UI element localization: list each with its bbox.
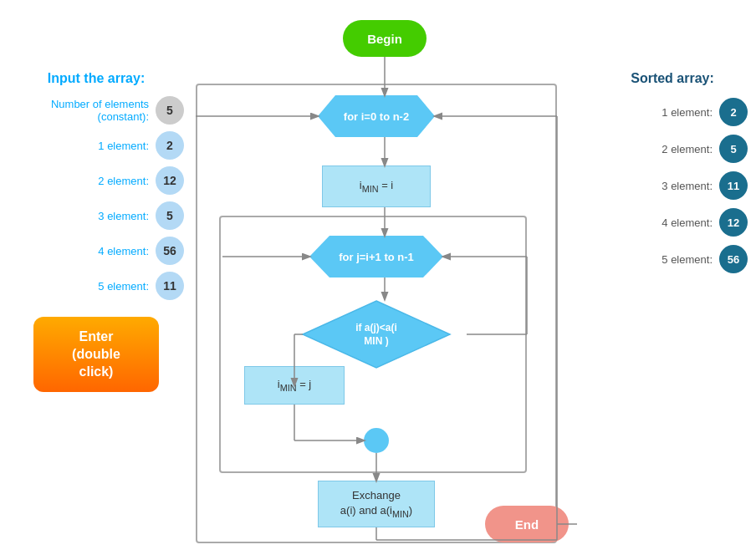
output-row-1: 1 element: 2 [597,98,748,126]
output-label-5: 5 element: [662,253,713,266]
output-row-2: 2 element: 5 [597,135,748,163]
end-shape: End [485,506,569,542]
flowchart: Begin for i=0 to n-2 iMIN = i for j=i+1 … [192,8,577,547]
exchange-label: Exchangea(i) and a(iMIN) [340,488,412,521]
element-label-2: 2 element: [98,175,149,187]
element-input-4[interactable] [156,237,184,265]
diamond-svg: if a(j)<a(i MIN ) [301,299,452,369]
element-label-5: 5 element: [98,280,149,293]
element-input-1[interactable] [156,131,184,160]
output-title: Sorted array: [597,71,748,86]
element-row-1: 1 element: [8,131,184,160]
enter-button[interactable]: Enter(double click) [33,317,159,392]
output-label-3: 3 element: [662,180,713,192]
for2-shape: for j=i+1 to n-1 [309,236,443,278]
imin2-shape: iMIN = j [244,366,345,405]
element-label-3: 3 element: [98,210,149,222]
output-value-2: 5 [719,135,748,163]
output-row-4: 4 element: 12 [597,208,748,237]
svg-text:if a(j)<a(i: if a(j)<a(i [355,322,397,334]
output-label-1: 1 element: [662,106,713,119]
output-row-3: 3 element: 11 [597,171,748,200]
element-input-5[interactable] [156,272,184,300]
right-panel: Sorted array: 1 element: 2 2 element: 5 … [597,71,748,282]
imin2-label: iMIN = j [278,378,311,393]
output-value-4: 12 [719,208,748,237]
imin1-label: iMIN = i [360,179,393,194]
end-label: End [515,517,539,532]
output-row-5: 5 element: 56 [597,245,748,273]
flowchart-arrows [192,8,577,547]
element-row-5: 5 element: [8,272,184,300]
svg-marker-0 [303,301,450,368]
output-label-2: 2 element: [662,143,713,155]
output-label-4: 4 element: [662,216,713,229]
element-label-1: 1 element: [98,140,149,152]
begin-label: Begin [367,32,402,46]
output-value-5: 56 [719,245,748,273]
element-input-2[interactable] [156,166,184,195]
for1-label: for i=0 to n-2 [344,110,409,123]
number-label: Number of elements(constant): [51,98,149,123]
element-input-3[interactable] [156,201,184,230]
element-row-3: 3 element: [8,201,184,230]
element-row-4: 4 element: [8,237,184,265]
imin1-shape: iMIN = i [322,165,431,207]
element-label-4: 4 element: [98,245,149,257]
left-panel: Input the array: Number of elements(cons… [8,71,184,392]
svg-text:MIN
        
        ): MIN ) [364,335,388,347]
output-value-3: 11 [719,171,748,200]
for2-label: for j=i+1 to n-1 [339,251,414,263]
element-row-2: 2 element: [8,166,184,195]
output-value-1: 2 [719,98,748,126]
diamond-container: if a(j)<a(i MIN ) [301,299,452,369]
circle-connector [364,428,389,453]
begin-shape: Begin [343,20,427,57]
for1-shape: for i=0 to n-2 [318,95,435,137]
number-input[interactable] [156,96,184,125]
number-row: Number of elements(constant): [8,96,184,125]
input-title: Input the array: [8,71,184,86]
exchange-shape: Exchangea(i) and a(iMIN) [318,481,435,527]
